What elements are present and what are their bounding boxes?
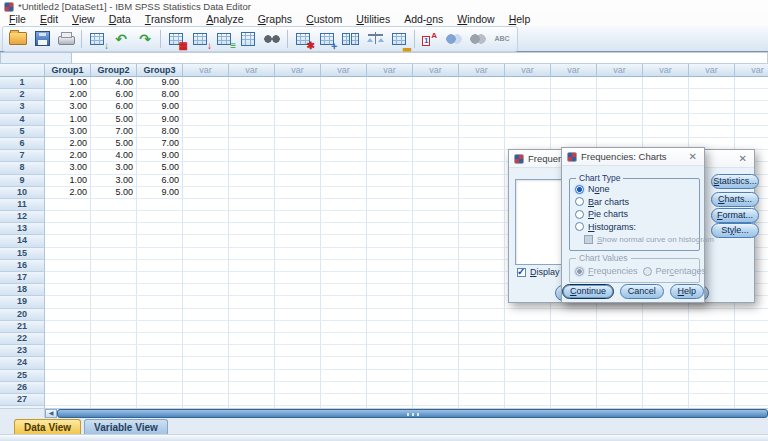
data-cell[interactable]	[735, 382, 768, 394]
data-cell[interactable]	[459, 211, 505, 223]
data-cell[interactable]	[413, 175, 459, 187]
data-cell[interactable]	[275, 211, 321, 223]
data-cell[interactable]	[229, 296, 275, 308]
data-cell[interactable]	[183, 150, 229, 162]
data-cell[interactable]	[45, 296, 91, 308]
menu-custom[interactable]: Custom	[299, 13, 349, 26]
radio-icon[interactable]	[575, 222, 584, 231]
data-cell[interactable]	[229, 321, 275, 333]
data-cell[interactable]	[551, 114, 597, 126]
data-cell[interactable]	[413, 284, 459, 296]
menu-window[interactable]: Window	[450, 13, 501, 26]
cell-reference-box[interactable]	[0, 52, 72, 64]
data-cell[interactable]	[275, 138, 321, 150]
variables-icon[interactable]	[237, 29, 259, 49]
data-cell[interactable]: 5.00	[91, 187, 137, 199]
data-cell[interactable]: 6.00	[91, 89, 137, 101]
statistics-button[interactable]: Statistics...	[711, 174, 759, 189]
radio-icon[interactable]	[575, 210, 584, 219]
data-cell[interactable]	[321, 77, 367, 89]
data-cell[interactable]	[413, 187, 459, 199]
data-cell[interactable]: 9.00	[137, 150, 183, 162]
data-cell[interactable]	[275, 296, 321, 308]
data-cell[interactable]	[367, 138, 413, 150]
cell-value-editor[interactable]	[72, 52, 768, 64]
data-cell[interactable]	[413, 382, 459, 394]
data-cell[interactable]	[321, 357, 367, 369]
data-cell[interactable]	[367, 345, 413, 357]
data-cell[interactable]	[275, 309, 321, 321]
data-cell[interactable]	[367, 89, 413, 101]
data-cell[interactable]	[735, 101, 768, 113]
data-cell[interactable]	[229, 89, 275, 101]
data-cell[interactable]	[413, 248, 459, 260]
data-cell[interactable]	[597, 394, 643, 406]
data-cell[interactable]	[413, 138, 459, 150]
data-cell[interactable]	[505, 370, 551, 382]
data-cell[interactable]	[643, 89, 689, 101]
data-cell[interactable]	[551, 89, 597, 101]
data-cell[interactable]	[551, 345, 597, 357]
data-cell[interactable]	[183, 211, 229, 223]
data-cell[interactable]	[275, 114, 321, 126]
column-header-var[interactable]: var	[551, 64, 597, 77]
data-cell[interactable]	[689, 357, 735, 369]
data-cell[interactable]	[137, 321, 183, 333]
data-cell[interactable]	[229, 126, 275, 138]
data-cell[interactable]	[321, 138, 367, 150]
radio-icon[interactable]	[575, 185, 584, 194]
data-cell[interactable]	[413, 77, 459, 89]
data-cell[interactable]	[45, 284, 91, 296]
data-cell[interactable]	[183, 89, 229, 101]
style-button[interactable]: Style...	[711, 223, 759, 238]
data-cell[interactable]	[367, 357, 413, 369]
data-cell[interactable]	[413, 370, 459, 382]
data-cell[interactable]: 1.00	[45, 114, 91, 126]
data-cell[interactable]	[137, 211, 183, 223]
data-cell[interactable]	[505, 114, 551, 126]
data-cell[interactable]	[91, 248, 137, 260]
data-cell[interactable]	[91, 370, 137, 382]
data-cell[interactable]	[505, 345, 551, 357]
data-cell[interactable]	[275, 345, 321, 357]
data-cell[interactable]	[229, 357, 275, 369]
data-cell[interactable]: 7.00	[137, 138, 183, 150]
data-cell[interactable]	[643, 114, 689, 126]
data-cell[interactable]	[91, 345, 137, 357]
data-cell[interactable]	[459, 309, 505, 321]
data-cell[interactable]	[689, 77, 735, 89]
data-cell[interactable]	[91, 211, 137, 223]
data-cell[interactable]	[551, 382, 597, 394]
data-cell[interactable]	[551, 101, 597, 113]
radio-none[interactable]: None	[570, 183, 699, 196]
data-cell[interactable]	[459, 272, 505, 284]
data-cell[interactable]	[367, 321, 413, 333]
data-cell[interactable]	[597, 101, 643, 113]
row-header[interactable]: 3	[0, 101, 45, 113]
data-cell[interactable]	[459, 77, 505, 89]
data-cell[interactable]	[91, 296, 137, 308]
data-cell[interactable]: 3.00	[45, 126, 91, 138]
data-cell[interactable]	[367, 223, 413, 235]
data-cell[interactable]: 5.00	[91, 114, 137, 126]
save-icon[interactable]	[31, 29, 53, 49]
data-cell[interactable]	[643, 345, 689, 357]
data-cell[interactable]	[321, 187, 367, 199]
data-cell[interactable]: 9.00	[137, 114, 183, 126]
column-header-var[interactable]: var	[643, 64, 689, 77]
data-cell[interactable]	[459, 138, 505, 150]
data-cell[interactable]	[91, 284, 137, 296]
data-cell[interactable]	[367, 126, 413, 138]
scrollbar-thumb[interactable]	[57, 409, 768, 418]
data-cell[interactable]	[91, 260, 137, 272]
data-cell[interactable]	[689, 382, 735, 394]
row-header[interactable]: 22	[0, 333, 45, 345]
horizontal-scrollbar[interactable]: ◀	[0, 408, 768, 418]
data-cell[interactable]	[183, 284, 229, 296]
data-cell[interactable]	[91, 223, 137, 235]
data-cell[interactable]	[137, 296, 183, 308]
data-cell[interactable]	[321, 248, 367, 260]
data-cell[interactable]	[183, 333, 229, 345]
data-cell[interactable]	[183, 309, 229, 321]
data-cell[interactable]	[321, 272, 367, 284]
